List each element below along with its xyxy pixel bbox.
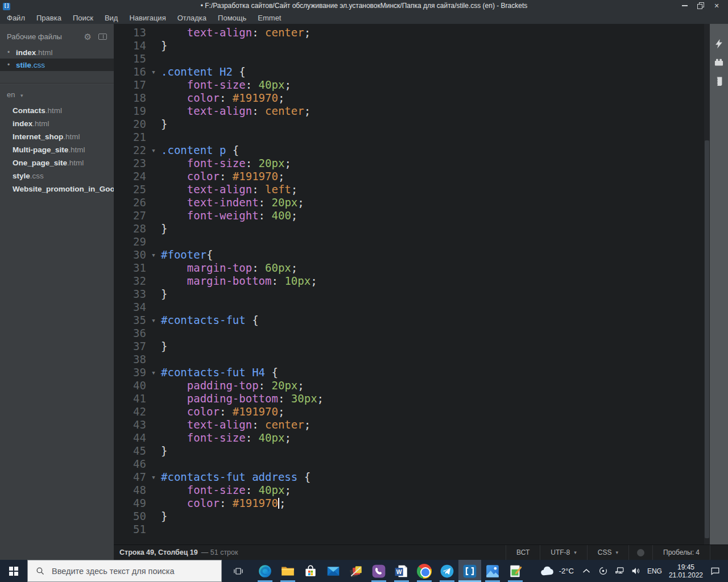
telegram-taskbar-button[interactable]: [436, 560, 458, 582]
fold-arrow-icon[interactable]: ▼: [146, 248, 161, 261]
code-line[interactable]: 33}: [114, 288, 710, 301]
code-line[interactable]: 31 margin-top: 60px;: [114, 261, 710, 275]
project-file-item[interactable]: Contacts.html: [0, 104, 114, 117]
network-icon[interactable]: [611, 566, 628, 576]
code-line[interactable]: 22▼.content p {: [114, 144, 710, 157]
code-line[interactable]: 38: [114, 353, 710, 366]
menu-edit[interactable]: Правка: [31, 14, 67, 22]
scrollbar-thumb[interactable]: [705, 140, 709, 538]
restore-button[interactable]: [693, 0, 709, 11]
project-file-item[interactable]: Internet_shop.html: [0, 130, 114, 143]
start-button[interactable]: [0, 560, 27, 582]
encoding-selector[interactable]: UTF-8 ▾: [540, 545, 587, 560]
tray-expand-button[interactable]: [578, 568, 595, 573]
project-dropdown[interactable]: en ▾: [0, 84, 114, 104]
code-line[interactable]: 51: [114, 523, 710, 536]
menu-find[interactable]: Поиск: [67, 14, 99, 22]
code-line[interactable]: 50}: [114, 510, 710, 523]
clock[interactable]: 19:45 21.01.2022: [669, 563, 703, 579]
code-line[interactable]: 28}: [114, 222, 710, 235]
gear-icon[interactable]: ⚙: [84, 33, 92, 41]
code-line[interactable]: 15: [114, 52, 710, 65]
code-line[interactable]: 26 text-indent: 20px;: [114, 196, 710, 209]
menu-file[interactable]: Файл: [1, 14, 31, 22]
code-line[interactable]: 37}: [114, 340, 710, 353]
code-line[interactable]: 30▼#footer{: [114, 248, 710, 261]
project-file-item[interactable]: style.css: [0, 169, 114, 182]
code-line[interactable]: 21: [114, 131, 710, 144]
close-button[interactable]: ✕: [709, 0, 725, 11]
language-selector[interactable]: CSS ▾: [587, 545, 628, 560]
cursor-position[interactable]: Строка 49, Столбец 19: [114, 548, 198, 556]
fold-arrow-icon[interactable]: ▼: [146, 366, 161, 379]
edge-taskbar-button[interactable]: [254, 560, 276, 582]
code-line[interactable]: 25 text-align: left;: [114, 183, 710, 196]
language-indicator[interactable]: ENG: [644, 567, 665, 575]
project-file-item[interactable]: index.html: [0, 117, 114, 130]
viber-taskbar-button[interactable]: [367, 560, 390, 582]
code-line[interactable]: 35▼#contacts-fut {: [114, 314, 710, 327]
minimize-button[interactable]: [677, 0, 693, 11]
code-line[interactable]: 18 color: #191970;: [114, 92, 710, 105]
menu-view[interactable]: Вид: [99, 14, 124, 22]
fold-arrow-icon[interactable]: ▼: [146, 471, 161, 484]
live-preview-icon[interactable]: [713, 38, 725, 50]
problems-indicator[interactable]: [628, 545, 652, 560]
mail-taskbar-button[interactable]: [322, 560, 345, 582]
photos-taskbar-button[interactable]: [481, 560, 504, 582]
menu-navigate[interactable]: Навигация: [123, 14, 171, 22]
code-line[interactable]: 47▼#contacts-fut address {: [114, 471, 710, 484]
code-line[interactable]: 39▼#contacts-fut H4 {: [114, 366, 710, 379]
volume-icon[interactable]: [628, 566, 644, 576]
code-line[interactable]: 19 text-align: center;: [114, 105, 710, 118]
code-line[interactable]: 14}: [114, 39, 710, 52]
code-line[interactable]: 40 padding-top: 20px;: [114, 379, 710, 392]
code-line[interactable]: 41 padding-bottom: 30px;: [114, 392, 710, 405]
editor-scrollbar[interactable]: [704, 24, 710, 544]
chrome-taskbar-button[interactable]: [413, 560, 436, 582]
code-line[interactable]: 36: [114, 327, 710, 340]
menu-emmet[interactable]: Emmet: [252, 14, 287, 22]
code-line[interactable]: 32 margin-bottom: 10px;: [114, 275, 710, 288]
project-file-item[interactable]: Multi-page_site.html: [0, 143, 114, 156]
code-line[interactable]: 49 color: #191970;: [114, 497, 710, 510]
code-line[interactable]: 27 font-weight: 400;: [114, 209, 710, 222]
code-line[interactable]: 24 color: #191970;: [114, 170, 710, 183]
taskbar-search-input[interactable]: Введите здесь текст для поиска: [27, 560, 222, 582]
code-line[interactable]: 16▼.content H2 {: [114, 65, 710, 78]
code-line[interactable]: 43 text-align: center;: [114, 418, 710, 431]
fold-arrow-icon[interactable]: ▼: [146, 314, 161, 327]
code-line[interactable]: 29: [114, 235, 710, 248]
insert-mode-indicator[interactable]: ВСТ: [506, 545, 540, 560]
weather-widget[interactable]: -2°C: [540, 566, 574, 576]
split-view-icon[interactable]: [98, 34, 107, 40]
text-editor-taskbar-button[interactable]: [504, 560, 527, 582]
task-view-button[interactable]: [225, 560, 251, 582]
indent-setting[interactable]: Пробелы: 4: [652, 545, 710, 560]
fold-arrow-icon[interactable]: ▼: [146, 144, 161, 157]
working-file-item[interactable]: •index.html: [0, 46, 114, 59]
file-explorer-taskbar-button[interactable]: [276, 560, 299, 582]
code-line[interactable]: 20}: [114, 118, 710, 131]
fold-arrow-icon[interactable]: ▼: [146, 65, 161, 78]
code-line[interactable]: 34: [114, 301, 710, 314]
code-line[interactable]: 42 color: #191970;: [114, 405, 710, 418]
project-file-item[interactable]: Website_promotion_in_Google.html: [0, 182, 114, 196]
brackets-taskbar-button[interactable]: [458, 560, 481, 582]
code-line[interactable]: 17 font-size: 40px;: [114, 78, 710, 92]
word-taskbar-button[interactable]: W: [390, 560, 413, 582]
project-file-item[interactable]: One_page_site.html: [0, 156, 114, 169]
code-editor[interactable]: 13 text-align: center;14}1516▼.content H…: [114, 24, 710, 544]
code-line[interactable]: 48 font-size: 40px;: [114, 484, 710, 497]
menu-help[interactable]: Помощь: [212, 14, 252, 22]
extension-icon[interactable]: [713, 75, 725, 88]
working-file-item[interactable]: •stile.css: [0, 59, 114, 71]
extension-manager-icon[interactable]: [713, 56, 725, 69]
code-line[interactable]: 45}: [114, 444, 710, 458]
action-center-button[interactable]: [707, 566, 723, 576]
microsoft-store-taskbar-button[interactable]: [299, 560, 322, 582]
code-line[interactable]: 46: [114, 458, 710, 471]
photo-editor-taskbar-button[interactable]: [345, 560, 367, 582]
menu-debug[interactable]: Отладка: [172, 14, 212, 22]
code-line[interactable]: 44 font-size: 40px;: [114, 431, 710, 444]
